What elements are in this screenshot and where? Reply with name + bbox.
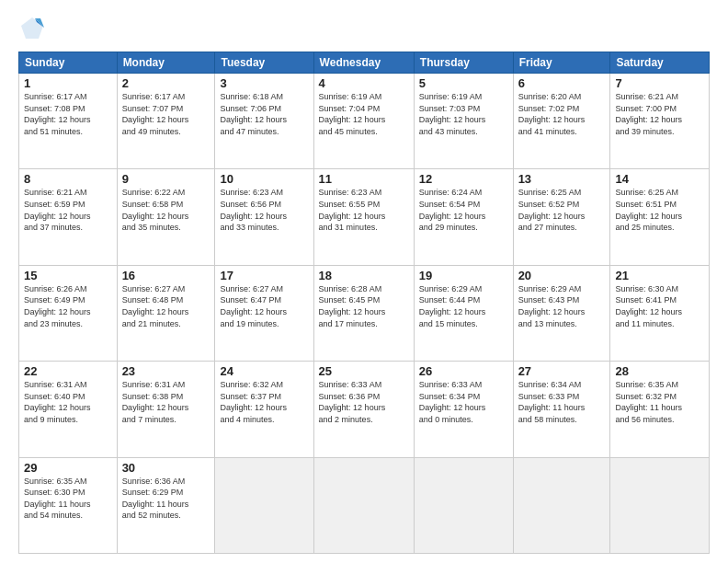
week-row-2: 8Sunrise: 6:21 AM Sunset: 6:59 PM Daylig… — [19, 169, 710, 265]
day-number: 22 — [24, 364, 112, 378]
day-info: Sunrise: 6:27 AM Sunset: 6:48 PM Dayligh… — [122, 283, 210, 329]
day-cell: 13Sunrise: 6:25 AM Sunset: 6:52 PM Dayli… — [513, 169, 610, 265]
day-cell: 14Sunrise: 6:25 AM Sunset: 6:51 PM Dayli… — [610, 169, 710, 265]
day-number: 6 — [518, 76, 606, 90]
day-cell: 5Sunrise: 6:19 AM Sunset: 7:03 PM Daylig… — [414, 74, 513, 169]
day-info: Sunrise: 6:30 AM Sunset: 6:41 PM Dayligh… — [615, 283, 704, 329]
day-info: Sunrise: 6:32 AM Sunset: 6:37 PM Dayligh… — [220, 379, 308, 425]
day-number: 2 — [122, 76, 210, 90]
day-info: Sunrise: 6:27 AM Sunset: 6:47 PM Dayligh… — [220, 283, 308, 329]
day-cell — [513, 457, 610, 553]
day-info: Sunrise: 6:31 AM Sunset: 6:38 PM Dayligh… — [122, 379, 210, 425]
day-info: Sunrise: 6:20 AM Sunset: 7:02 PM Dayligh… — [518, 91, 606, 137]
day-info: Sunrise: 6:25 AM Sunset: 6:51 PM Dayligh… — [615, 187, 704, 233]
day-cell: 17Sunrise: 6:27 AM Sunset: 6:47 PM Dayli… — [215, 265, 313, 361]
day-number: 10 — [220, 172, 308, 186]
day-info: Sunrise: 6:24 AM Sunset: 6:54 PM Dayligh… — [419, 187, 508, 233]
day-info: Sunrise: 6:17 AM Sunset: 7:08 PM Dayligh… — [24, 91, 112, 137]
day-number: 4 — [319, 76, 409, 90]
calendar-table: SundayMondayTuesdayWednesdayThursdayFrid… — [18, 52, 710, 554]
day-number: 18 — [319, 269, 409, 282]
day-number: 17 — [220, 269, 308, 282]
day-cell: 4Sunrise: 6:19 AM Sunset: 7:04 PM Daylig… — [313, 74, 414, 169]
day-info: Sunrise: 6:29 AM Sunset: 6:43 PM Dayligh… — [518, 283, 606, 329]
header-wednesday: Wednesday — [313, 52, 414, 74]
day-info: Sunrise: 6:26 AM Sunset: 6:49 PM Dayligh… — [24, 283, 112, 329]
day-info: Sunrise: 6:35 AM Sunset: 6:30 PM Dayligh… — [24, 476, 112, 522]
day-number: 25 — [319, 364, 409, 378]
day-cell — [215, 457, 313, 553]
day-info: Sunrise: 6:31 AM Sunset: 6:40 PM Dayligh… — [24, 379, 112, 425]
day-cell: 15Sunrise: 6:26 AM Sunset: 6:49 PM Dayli… — [19, 265, 118, 361]
day-info: Sunrise: 6:18 AM Sunset: 7:06 PM Dayligh… — [220, 91, 308, 137]
header-friday: Friday — [513, 52, 610, 74]
day-cell: 22Sunrise: 6:31 AM Sunset: 6:40 PM Dayli… — [19, 362, 118, 457]
day-number: 24 — [220, 364, 308, 378]
header-tuesday: Tuesday — [215, 52, 313, 74]
calendar-header-row: SundayMondayTuesdayWednesdayThursdayFrid… — [19, 52, 710, 74]
day-info: Sunrise: 6:21 AM Sunset: 7:00 PM Dayligh… — [615, 91, 704, 137]
day-number: 9 — [122, 172, 210, 186]
day-number: 30 — [122, 461, 210, 475]
header-saturday: Saturday — [610, 52, 710, 74]
day-info: Sunrise: 6:21 AM Sunset: 6:59 PM Dayligh… — [24, 187, 112, 233]
day-number: 7 — [615, 76, 704, 90]
day-cell: 9Sunrise: 6:22 AM Sunset: 6:58 PM Daylig… — [117, 169, 215, 265]
week-row-1: 1Sunrise: 6:17 AM Sunset: 7:08 PM Daylig… — [19, 74, 710, 169]
day-cell: 30Sunrise: 6:36 AM Sunset: 6:29 PM Dayli… — [117, 457, 215, 553]
day-cell: 29Sunrise: 6:35 AM Sunset: 6:30 PM Dayli… — [19, 457, 118, 553]
day-info: Sunrise: 6:33 AM Sunset: 6:34 PM Dayligh… — [419, 379, 508, 425]
day-info: Sunrise: 6:17 AM Sunset: 7:07 PM Dayligh… — [122, 91, 210, 137]
day-number: 15 — [24, 269, 112, 282]
day-number: 29 — [24, 461, 112, 475]
day-number: 8 — [24, 172, 112, 186]
day-cell: 28Sunrise: 6:35 AM Sunset: 6:32 PM Dayli… — [610, 362, 710, 457]
header-thursday: Thursday — [414, 52, 513, 74]
day-info: Sunrise: 6:23 AM Sunset: 6:55 PM Dayligh… — [319, 187, 409, 233]
day-number: 16 — [122, 269, 210, 282]
day-number: 28 — [615, 364, 704, 378]
week-row-5: 29Sunrise: 6:35 AM Sunset: 6:30 PM Dayli… — [19, 457, 710, 553]
day-number: 5 — [419, 76, 508, 90]
day-number: 23 — [122, 364, 210, 378]
day-cell: 2Sunrise: 6:17 AM Sunset: 7:07 PM Daylig… — [117, 74, 215, 169]
day-cell: 16Sunrise: 6:27 AM Sunset: 6:48 PM Dayli… — [117, 265, 215, 361]
day-cell: 25Sunrise: 6:33 AM Sunset: 6:36 PM Dayli… — [313, 362, 414, 457]
day-number: 27 — [518, 364, 606, 378]
day-number: 11 — [319, 172, 409, 186]
day-number: 14 — [615, 172, 704, 186]
day-cell: 10Sunrise: 6:23 AM Sunset: 6:56 PM Dayli… — [215, 169, 313, 265]
day-info: Sunrise: 6:33 AM Sunset: 6:36 PM Dayligh… — [319, 379, 409, 425]
day-info: Sunrise: 6:36 AM Sunset: 6:29 PM Dayligh… — [122, 476, 210, 522]
day-cell: 19Sunrise: 6:29 AM Sunset: 6:44 PM Dayli… — [414, 265, 513, 361]
logo-icon — [18, 15, 46, 42]
header — [18, 15, 710, 42]
header-sunday: Sunday — [19, 52, 118, 74]
day-cell: 12Sunrise: 6:24 AM Sunset: 6:54 PM Dayli… — [414, 169, 513, 265]
day-number: 19 — [419, 269, 508, 282]
day-cell: 23Sunrise: 6:31 AM Sunset: 6:38 PM Dayli… — [117, 362, 215, 457]
day-cell: 21Sunrise: 6:30 AM Sunset: 6:41 PM Dayli… — [610, 265, 710, 361]
day-info: Sunrise: 6:19 AM Sunset: 7:03 PM Dayligh… — [419, 91, 508, 137]
day-cell: 18Sunrise: 6:28 AM Sunset: 6:45 PM Dayli… — [313, 265, 414, 361]
day-cell: 24Sunrise: 6:32 AM Sunset: 6:37 PM Dayli… — [215, 362, 313, 457]
day-cell: 20Sunrise: 6:29 AM Sunset: 6:43 PM Dayli… — [513, 265, 610, 361]
day-info: Sunrise: 6:28 AM Sunset: 6:45 PM Dayligh… — [319, 283, 409, 329]
day-info: Sunrise: 6:23 AM Sunset: 6:56 PM Dayligh… — [220, 187, 308, 233]
day-info: Sunrise: 6:19 AM Sunset: 7:04 PM Dayligh… — [319, 91, 409, 137]
day-info: Sunrise: 6:34 AM Sunset: 6:33 PM Dayligh… — [518, 379, 606, 425]
day-info: Sunrise: 6:29 AM Sunset: 6:44 PM Dayligh… — [419, 283, 508, 329]
day-number: 26 — [419, 364, 508, 378]
day-info: Sunrise: 6:35 AM Sunset: 6:32 PM Dayligh… — [615, 379, 704, 425]
day-number: 1 — [24, 76, 112, 90]
day-cell: 11Sunrise: 6:23 AM Sunset: 6:55 PM Dayli… — [313, 169, 414, 265]
day-number: 21 — [615, 269, 704, 282]
day-cell — [610, 457, 710, 553]
day-cell: 8Sunrise: 6:21 AM Sunset: 6:59 PM Daylig… — [19, 169, 118, 265]
day-number: 20 — [518, 269, 606, 282]
day-cell — [313, 457, 414, 553]
day-cell: 7Sunrise: 6:21 AM Sunset: 7:00 PM Daylig… — [610, 74, 710, 169]
day-number: 13 — [518, 172, 606, 186]
day-info: Sunrise: 6:22 AM Sunset: 6:58 PM Dayligh… — [122, 187, 210, 233]
day-cell: 3Sunrise: 6:18 AM Sunset: 7:06 PM Daylig… — [215, 74, 313, 169]
